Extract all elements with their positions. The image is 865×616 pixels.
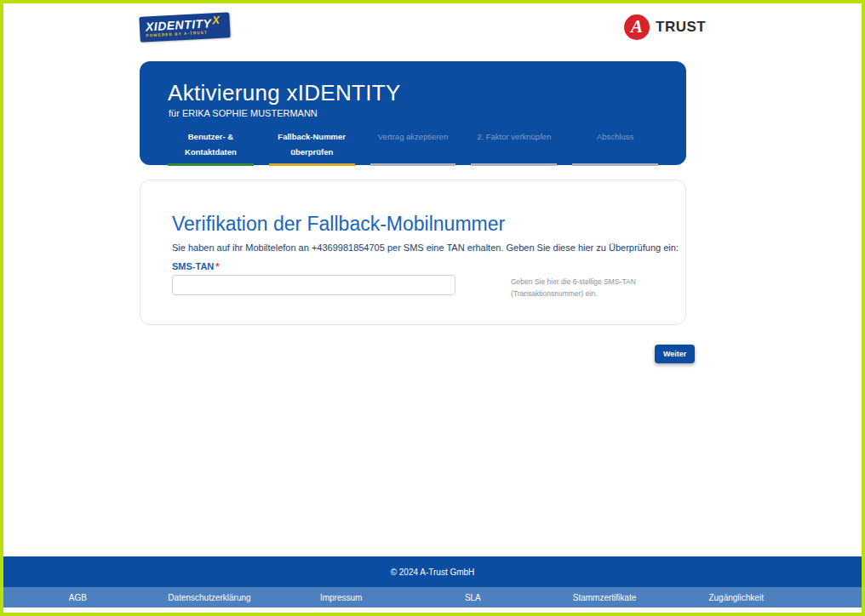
footer-copyright-bar: © 2024 A-Trust GmbH bbox=[3, 556, 862, 587]
activation-banner: Aktivierung xIDENTITY für ERIKA SOPHIE M… bbox=[140, 61, 686, 165]
xidentity-x-mark: X bbox=[212, 14, 220, 26]
tab-fallback-nummer-ueberpruefen[interactable]: Fallback-Nummer überprüfen bbox=[269, 128, 355, 166]
sms-tan-label-text: SMS-TAN bbox=[172, 261, 214, 271]
wizard-steps: Benutzer- & Kontaktdaten Fallback-Nummer… bbox=[168, 128, 658, 166]
user-subtitle: für ERIKA SOPHIE MUSTERMANN bbox=[169, 108, 318, 118]
tab-benutzer-kontaktdaten[interactable]: Benutzer- & Kontaktdaten bbox=[168, 128, 254, 166]
tab-label: Benutzer- & Kontaktdaten bbox=[185, 132, 237, 157]
tab-label: 2. Faktor verknüpfen bbox=[477, 132, 551, 141]
activation-page: XIDENTITY X POWERED BY A-TRUST A TRUST A… bbox=[0, 0, 865, 616]
xidentity-logo: XIDENTITY X POWERED BY A-TRUST bbox=[139, 12, 230, 43]
tab-label: Abschluss bbox=[597, 132, 633, 141]
verification-card: Verifikation der Fallback-Mobilnummer Si… bbox=[140, 180, 686, 325]
copyright-text: © 2024 A-Trust GmbH bbox=[391, 568, 475, 577]
footer-link-zugaenglichkeit[interactable]: Zugänglichkeit bbox=[670, 593, 802, 602]
footer-links-bar: AGB Datenschutzerklärung Impressum SLA S… bbox=[3, 587, 862, 607]
tab-vertrag-akzeptieren[interactable]: Vertrag akzeptieren bbox=[370, 128, 456, 166]
footer-link-stammzertifikate[interactable]: Stammzertifikate bbox=[539, 593, 671, 602]
sms-tan-label: SMS-TAN* bbox=[172, 261, 220, 271]
atrust-logo-icon: A bbox=[624, 14, 650, 40]
footer-link-agb[interactable]: AGB bbox=[12, 593, 144, 602]
footer-link-sla[interactable]: SLA bbox=[407, 593, 539, 602]
atrust-logo-word: TRUST bbox=[656, 19, 706, 36]
sms-tan-helper-text: Geben Sie hier die 6-stellige SMS-TAN (T… bbox=[511, 277, 664, 299]
atrust-logo: A TRUST bbox=[624, 14, 706, 40]
weiter-button[interactable]: Weiter bbox=[655, 345, 695, 363]
tab-label: Fallback-Nummer überprüfen bbox=[278, 132, 346, 157]
page-title: Aktivierung xIDENTITY bbox=[168, 80, 401, 106]
tab-abschluss[interactable]: Abschluss bbox=[572, 128, 658, 166]
card-heading: Verifikation der Fallback-Mobilnummer bbox=[172, 213, 505, 236]
tab-zweiter-faktor-verknuepfen[interactable]: 2. Faktor verknüpfen bbox=[471, 128, 557, 166]
sms-tan-input[interactable] bbox=[172, 275, 455, 295]
atrust-logo-letter: A bbox=[631, 16, 643, 37]
tab-label: Vertrag akzeptieren bbox=[378, 132, 448, 141]
footer-link-impressum[interactable]: Impressum bbox=[275, 593, 407, 602]
footer-link-datenschutzerklaerung[interactable]: Datenschutzerklärung bbox=[144, 593, 276, 602]
required-asterisk: * bbox=[215, 261, 219, 271]
top-header: XIDENTITY X POWERED BY A-TRUST A TRUST bbox=[3, 3, 862, 56]
instruction-text: Sie haben auf ihr Mobiltelefon an +43699… bbox=[172, 242, 679, 253]
